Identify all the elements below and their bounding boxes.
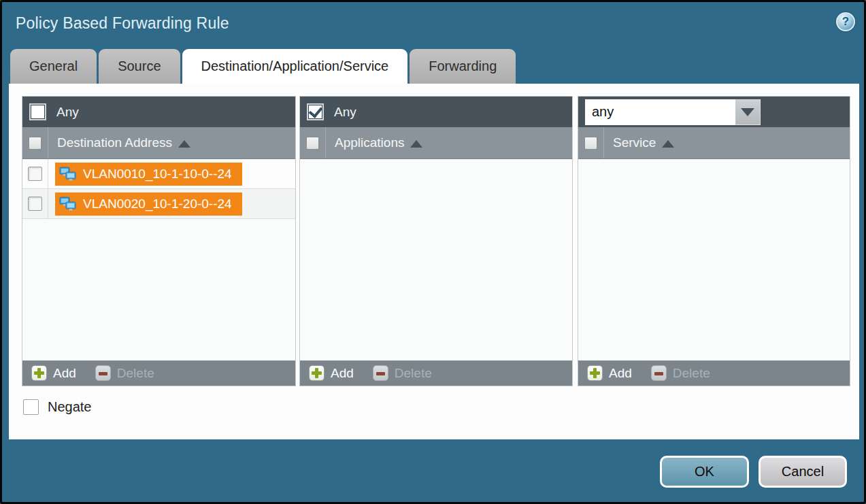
- applications-select-all-checkbox[interactable]: [306, 137, 319, 150]
- service-dropdown-header: any: [578, 97, 850, 127]
- policy-based-forwarding-dialog: Policy Based Forwarding Rule ? General S…: [0, 0, 866, 504]
- negate-option: Negate: [23, 399, 92, 415]
- delete-icon: [651, 365, 667, 381]
- service-type-value[interactable]: any: [585, 99, 735, 125]
- service-type-dropdown[interactable]: any: [585, 99, 761, 125]
- service-select-all-checkbox[interactable]: [584, 137, 597, 150]
- service-panel: any Service Add: [578, 96, 850, 386]
- applications-any-checkbox[interactable]: [307, 103, 324, 120]
- add-button[interactable]: Add: [587, 365, 632, 381]
- delete-icon: [373, 365, 388, 381]
- destination-address-panel: Any Destination Address: [22, 96, 296, 386]
- add-icon: [587, 365, 603, 381]
- sort-ascending-icon[interactable]: [410, 140, 422, 148]
- destination-address-label: VLAN0020_10-1-20-0--24: [83, 197, 232, 212]
- row-checkbox[interactable]: [28, 197, 42, 211]
- chevron-down-icon: [741, 108, 754, 116]
- tab-content: Any Destination Address: [9, 84, 859, 439]
- cancel-button[interactable]: Cancel: [759, 456, 847, 488]
- destination-address-item[interactable]: VLAN0020_10-1-20-0--24: [55, 192, 242, 216]
- destination-column-header: Destination Address: [22, 127, 295, 159]
- delete-button[interactable]: Delete: [95, 365, 154, 381]
- delete-button[interactable]: Delete: [373, 365, 432, 381]
- add-icon: [309, 365, 324, 381]
- row-checkbox[interactable]: [28, 167, 42, 181]
- destination-any-header: Any: [22, 97, 295, 127]
- tab-destination-application-service[interactable]: Destination/Application/Service: [182, 49, 408, 84]
- tab-source[interactable]: Source: [99, 49, 180, 84]
- ok-button[interactable]: OK: [660, 456, 749, 488]
- network-address-icon: [59, 196, 78, 212]
- sort-ascending-icon[interactable]: [662, 140, 674, 148]
- destination-address-list: VLAN0010_10-1-10-0--24: [22, 159, 295, 360]
- destination-select-all-checkbox[interactable]: [29, 137, 41, 150]
- applications-footer: Add Delete: [300, 360, 572, 386]
- service-list: [578, 159, 850, 360]
- page-title: Policy Based Forwarding Rule: [16, 14, 229, 33]
- dropdown-button[interactable]: [735, 99, 761, 125]
- service-column-title: Service: [613, 135, 656, 150]
- add-icon: [31, 365, 47, 381]
- delete-button[interactable]: Delete: [651, 365, 710, 381]
- applications-any-header: Any: [300, 97, 572, 127]
- tab-forwarding[interactable]: Forwarding: [410, 49, 516, 84]
- table-row: VLAN0020_10-1-20-0--24: [22, 189, 295, 219]
- service-footer: Add Delete: [578, 360, 850, 386]
- tab-general[interactable]: General: [10, 49, 97, 84]
- applications-column-title: Applications: [335, 135, 404, 150]
- add-button[interactable]: Add: [31, 365, 76, 381]
- applications-list: [300, 159, 572, 360]
- applications-column-header: Applications: [300, 127, 572, 159]
- destination-address-item[interactable]: VLAN0010_10-1-10-0--24: [55, 163, 242, 186]
- negate-label: Negate: [48, 399, 92, 415]
- sort-ascending-icon[interactable]: [178, 140, 190, 148]
- help-icon[interactable]: ?: [836, 12, 855, 31]
- destination-any-label: Any: [56, 105, 79, 120]
- table-row: VLAN0010_10-1-10-0--24: [22, 159, 295, 189]
- applications-any-label: Any: [334, 105, 356, 120]
- add-button[interactable]: Add: [309, 365, 354, 381]
- network-address-icon: [59, 166, 78, 182]
- destination-any-checkbox[interactable]: [29, 103, 46, 120]
- delete-icon: [95, 365, 111, 381]
- destination-column-title: Destination Address: [57, 135, 172, 150]
- negate-checkbox[interactable]: [23, 399, 39, 415]
- applications-panel: Any Applications Add Delete: [299, 96, 573, 386]
- destination-address-label: VLAN0010_10-1-10-0--24: [83, 167, 232, 182]
- destination-footer: Add Delete: [22, 360, 295, 386]
- service-column-header: Service: [578, 127, 850, 159]
- tab-bar: General Source Destination/Application/S…: [10, 49, 516, 84]
